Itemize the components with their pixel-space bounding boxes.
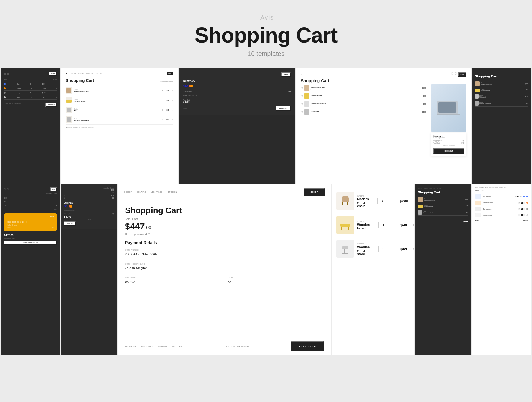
- t2-remove-1[interactable]: ×: [172, 90, 173, 91]
- sneaker-size-s[interactable]: 8: [515, 196, 517, 197]
- t4-img-3: [304, 101, 309, 107]
- t2-cart-title: Shopping Cart: [66, 78, 94, 83]
- sneaker-size-l4[interactable]: L: [523, 214, 525, 216]
- sneaker-size-l2[interactable]: L: [523, 202, 525, 204]
- tproduct-plus-3[interactable]: +: [388, 246, 394, 252]
- sneakers-tab-today[interactable]: Today: [475, 190, 479, 192]
- t4-remove-2[interactable]: ×: [427, 95, 428, 97]
- tmain-nav-decor[interactable]: DECOR: [124, 191, 132, 193]
- sneaker-size-m[interactable]: M: [517, 196, 519, 197]
- sneakers-content: MAN WOMAN KIDS ACCESSORIES LIFESTYLE Tod…: [472, 184, 531, 224]
- sneaker-size-l3[interactable]: L: [523, 208, 525, 210]
- sneaker-size-s2[interactable]: 8: [518, 202, 520, 204]
- t1-continue[interactable]: < CONTINUE SHOPPING: [4, 103, 21, 107]
- t1-remove[interactable]: ×: [56, 87, 57, 89]
- t4-back-link[interactable]: < BACK TO SHOPPING: [433, 145, 464, 147]
- sneakers-accessories[interactable]: ACCESSORIES: [489, 187, 498, 188]
- sneaker-size-s4[interactable]: 8: [518, 214, 520, 216]
- sneaker-size-l[interactable]: L: [520, 196, 522, 197]
- tmain-promo[interactable]: Have a promo code?: [125, 233, 324, 236]
- sneaker-size-m3[interactable]: M: [521, 208, 523, 210]
- t2-remove-3[interactable]: ×: [172, 109, 173, 111]
- t2-ig[interactable]: INSTAGRAM: [73, 127, 80, 129]
- tb2-checkout-button[interactable]: CHECK OUT: [64, 221, 76, 226]
- sneakers-tab-sort[interactable]: Sort: [481, 190, 483, 192]
- tb-right-lighting[interactable]: LIGHTING: [430, 187, 435, 189]
- sneakers-kids[interactable]: KIDS: [485, 187, 488, 188]
- tproduct-remove-2[interactable]: ×: [413, 223, 414, 227]
- t4-remove-3[interactable]: ×: [427, 103, 428, 105]
- t1-remove[interactable]: ×: [56, 83, 57, 85]
- tproduct-minus-3[interactable]: −: [373, 246, 379, 252]
- tb-right-img-2: [418, 205, 423, 208]
- t3-mastercard-icon: [189, 85, 193, 87]
- t4-remove-1[interactable]: ×: [427, 87, 428, 89]
- t5-nav-chairs[interactable]: CHAIRS: [481, 71, 485, 73]
- t4-remove-4[interactable]: ×: [427, 111, 428, 113]
- tb-right-chairs[interactable]: CHAIRS: [424, 187, 428, 189]
- tmain-nav-kitchen[interactable]: KITCHEN: [167, 191, 177, 193]
- tb1-p1-price: $299: [4, 197, 7, 199]
- t5-nav-lighting[interactable]: LIGHTING: [487, 71, 492, 73]
- t3-checkout-button[interactable]: CHECK OUT: [276, 106, 291, 111]
- t4-shop-button[interactable]: SHOP: [458, 72, 466, 77]
- tproduct-remove-3[interactable]: ×: [413, 247, 414, 251]
- tb-right-continue[interactable]: < CONTINUE SHOPPING: [418, 217, 468, 219]
- tproduct-1: Chairs Modern white chair − 4 + $299 ×: [336, 189, 409, 213]
- t2-remove-2[interactable]: ×: [172, 99, 173, 101]
- tproduct-minus-1[interactable]: −: [372, 198, 378, 204]
- tb1-credit-card: VISA 2357 3355 7642 2344 Jordan Singlton…: [4, 213, 57, 231]
- t4-checkbox-3[interactable]: [301, 103, 303, 105]
- t4-name-4: White chairx: [311, 110, 421, 114]
- tb1-p3-x[interactable]: ×: [56, 205, 57, 207]
- sneaker-size-s3[interactable]: 8: [518, 208, 520, 210]
- t2-fb[interactable]: FACEBOOK: [66, 127, 72, 129]
- tb2-promo[interactable]: I have a promo code: [64, 209, 114, 212]
- sneakers-woman[interactable]: WOMAN: [479, 187, 484, 188]
- t2-tw[interactable]: TWITTER: [82, 127, 87, 129]
- t2-yt[interactable]: YOUTUBE: [88, 127, 93, 129]
- svg-rect-9: [342, 253, 348, 254]
- tb2-back[interactable]: < BACK: [64, 219, 114, 221]
- t1-remove[interactable]: ×: [56, 92, 57, 94]
- tmain-nav-lighting[interactable]: LIGHTING: [151, 191, 162, 193]
- t1-remove[interactable]: ×: [56, 96, 57, 98]
- tproduct-plus-1[interactable]: +: [387, 198, 393, 204]
- t4-name-1: Modern white chair4: [311, 86, 421, 90]
- tb1-p2-x[interactable]: ×: [56, 201, 57, 203]
- sneaker-size-m4[interactable]: M: [521, 214, 523, 216]
- t1-top-bar: SHOP: [4, 72, 57, 76]
- t1-shop-button[interactable]: SHOP: [49, 72, 57, 76]
- t2-nav-lighting[interactable]: LIGHTING: [86, 72, 93, 75]
- t4-checkbox-4[interactable]: [301, 111, 303, 113]
- t3-back[interactable]: < BACK: [183, 108, 187, 109]
- sneaker-size-m2[interactable]: M: [521, 202, 523, 204]
- t4-shipping-row: Shipping Cost 23$: [433, 140, 464, 142]
- t5-nav-kitchen[interactable]: KITCHEN: [494, 71, 499, 73]
- t4-checkbox-2[interactable]: [301, 95, 303, 97]
- t2-nav-kitchen[interactable]: KITCHEN: [96, 72, 102, 75]
- t2-shop-button[interactable]: SHOP: [167, 72, 173, 75]
- sneakers-man[interactable]: MAN: [475, 187, 478, 188]
- t4-checkout-button[interactable]: CHECK OUT: [433, 148, 464, 154]
- tb1-p1-x[interactable]: ×: [56, 197, 57, 199]
- tb-right-kitchen[interactable]: KITCHEN: [437, 187, 442, 189]
- tmain-nav-chairs[interactable]: CHAIRS: [137, 191, 146, 193]
- t2-remove-4[interactable]: ×: [172, 119, 173, 121]
- t5-nav-decor[interactable]: DECOR: [475, 71, 479, 73]
- t4-checkbox-1[interactable]: [301, 87, 303, 89]
- sneakers-lifestyle[interactable]: LIFESTYLE: [499, 187, 506, 188]
- t2-nav-decor[interactable]: DECOR: [71, 72, 76, 75]
- tproduct-minus-2[interactable]: −: [373, 222, 379, 228]
- t1-checkout-button[interactable]: CHECK OUT: [45, 103, 57, 107]
- tproduct-plus-2[interactable]: +: [388, 222, 394, 228]
- t2-nav-chairs[interactable]: CHAIRS: [78, 72, 84, 75]
- tmain-shop-button[interactable]: SHOP: [304, 188, 325, 196]
- tmain-card-number-field: Card Number 2357 3355 7642 2344: [125, 249, 324, 258]
- tb1-checkout-button[interactable]: CONTINUE TO CHECK OUT: [4, 241, 57, 245]
- t3-promo[interactable]: I have a promo code: [183, 95, 291, 98]
- t3-shop-button[interactable]: SHOP: [281, 72, 291, 77]
- tmain-expiry-field: Expiration 03/2021: [125, 276, 221, 286]
- tb-right-decor[interactable]: DECOR: [418, 187, 422, 189]
- tb1-shop-button[interactable]: SHOP: [50, 187, 57, 191]
